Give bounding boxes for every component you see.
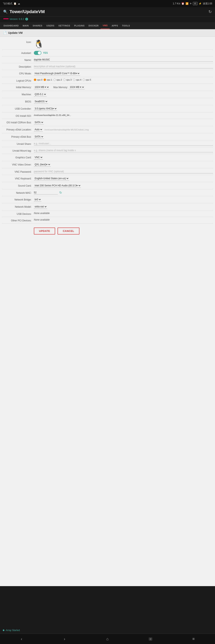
os-cdrom-bus-select[interactable]: SATA	[34, 120, 44, 124]
nav-shares[interactable]: SHARES	[31, 22, 44, 29]
machine-row: Machine: Q35-5.1	[2, 91, 213, 98]
network-mac-input[interactable]	[34, 191, 58, 194]
vdisk-bus-row: Primary vDisk Bus: SATA	[2, 133, 213, 140]
unraid-mount-tag-input[interactable]	[34, 148, 213, 152]
vnc-video-driver-row: VNC Video Driver: QXL (best)▾	[2, 161, 213, 168]
unraid-mount-tag-label: Unraid Mount tag:	[2, 148, 34, 152]
sound-card-select[interactable]: Intel 200 Series PCH HD Audio (00:1f.3▾	[34, 184, 81, 188]
description-input[interactable]	[34, 65, 213, 68]
autostart-toggle[interactable]	[34, 51, 41, 55]
description-label: Description:	[2, 65, 34, 68]
vdisk-bus-select[interactable]: SATA	[34, 135, 44, 139]
graphics-card-select[interactable]: VNC	[34, 155, 43, 160]
nav-vms[interactable]: VMS	[101, 22, 109, 29]
nav-main[interactable]: MAIN	[21, 22, 31, 29]
nav-plugins[interactable]: PLUGINS	[72, 22, 86, 29]
vnc-keyboard-row: VNC Keyboard: English-United States (en-…	[2, 175, 213, 182]
cpu-chip-0[interactable]: cpu 0	[34, 78, 42, 81]
network-model-label: Network Model:	[2, 205, 34, 208]
header-left: 🔍 Tower/UpdateVM	[3, 9, 45, 14]
usb-devices-row: USB Devices: None available	[2, 210, 213, 217]
tabs-button[interactable]: 2	[129, 638, 172, 640]
update-button[interactable]: UPDATE	[34, 228, 55, 234]
page-file-icon: 📄	[3, 31, 7, 34]
vdisk-location-value: Auto /mnt/user/domains/daphile MUSIC/vdi…	[34, 128, 213, 132]
search-icon[interactable]: 🔍	[3, 10, 8, 14]
unraid-share-label: Unraid Share:	[2, 142, 34, 146]
network-mac-label: Network MAC:	[2, 191, 34, 194]
initial-memory-select[interactable]: 1024 MB ▾	[34, 85, 49, 89]
network-bridge-label: Network Bridge:	[2, 198, 34, 201]
vdisk-location-path: /mnt/user/domains/daphile MUSIC/vdisk1.i…	[44, 128, 89, 131]
vdisk-bus-value: SATA	[34, 135, 213, 139]
vnc-video-driver-select[interactable]: QXL (best)▾	[34, 162, 51, 167]
nav-users[interactable]: USERS	[44, 22, 56, 29]
cpu-grid: cpu 0 cpu 1 cpu 2 cpu 3	[34, 78, 213, 81]
machine-select[interactable]: Q35-5.1	[34, 92, 47, 96]
vnc-password-label: VNC Password:	[2, 170, 34, 173]
os-install-iso-row: OS Install ISO: /mnt/user/isos/daphile-2…	[2, 112, 213, 119]
battery-indicator: 85	[193, 2, 197, 5]
array-status-text: Array Started	[6, 629, 20, 632]
cpu-dot-3	[63, 78, 66, 81]
vnc-keyboard-select[interactable]: English-United States (en-us)	[34, 176, 69, 180]
wifi-icon: 📶	[185, 2, 188, 5]
vnc-password-input[interactable]	[34, 170, 213, 174]
sound-card-row: Sound Card: Intel 200 Series PCH HD Audi…	[2, 182, 213, 189]
bios-select[interactable]: SeaBIOS	[34, 100, 48, 104]
status-center: 1.7 K/s ⏰ 📶 ✈ 85 ⚡ 凌晨1:05	[173, 2, 212, 5]
cpu-chip-2[interactable]: cpu 2	[53, 78, 62, 81]
sim-icon: 📋	[14, 2, 17, 5]
autostart-status: YES	[43, 52, 48, 54]
cancel-button[interactable]: CANCEL	[58, 228, 79, 234]
vdisk-location-row: Primary vDisk Location: Auto /mnt/user/d…	[2, 126, 213, 133]
autostart-value: YES	[34, 51, 213, 55]
nav-settings[interactable]: SETTINGS	[56, 22, 72, 29]
max-memory-select[interactable]: 1024 MB ▾	[69, 85, 85, 89]
flight-mode-label: 飞行模式	[3, 2, 12, 5]
cpu-chip-1[interactable]: cpu 1	[44, 78, 52, 81]
mac-refresh-icon[interactable]: ↻	[59, 191, 62, 194]
autostart-row: Autostart: YES	[2, 50, 213, 56]
icon-row: Icon: 🐧	[2, 38, 213, 50]
info-icon[interactable]: i	[25, 18, 28, 20]
autostart-label: Autostart:	[2, 51, 34, 54]
network-bridge-select[interactable]: br0	[34, 198, 41, 202]
cpu-label-4: cpu 4	[76, 78, 81, 81]
header-title: Tower/UpdateVM	[10, 9, 45, 14]
nav-docker[interactable]: DOCKER	[87, 22, 101, 29]
usb-controller-select[interactable]: 3.0 (qemu XHCI)▾	[34, 106, 57, 111]
back-button[interactable]: ‹	[0, 637, 43, 641]
cpu-mode-select[interactable]: Host Passthrough (Intel® Core™ i5-86▾	[34, 72, 80, 76]
home-button[interactable]: ⌂	[86, 637, 129, 641]
linux-penguin-icon: 🐧	[34, 40, 44, 48]
bios-row: BIOS: SeaBIOS	[2, 98, 213, 105]
vdisk-location-select[interactable]: Auto	[34, 128, 43, 132]
name-row: Name:	[2, 56, 213, 63]
network-model-select[interactable]: virtio-net	[34, 205, 47, 209]
cpu-label-5: cpu 5	[86, 78, 91, 81]
cpu-label-1: cpu 1	[47, 78, 52, 81]
nav-tools[interactable]: TOOLS	[120, 22, 132, 29]
sound-card-label: Sound Card:	[2, 184, 34, 187]
status-bar: 飞行模式 📋 ☁ 1.7 K/s ⏰ 📶 ✈ 85 ⚡ 凌晨1:05	[0, 0, 215, 7]
logical-cpus-row: Logical CPUs: cpu 0 cpu 1 cpu 2	[2, 77, 213, 84]
cpu-chip-3[interactable]: cpu 3	[63, 78, 72, 81]
name-input[interactable]	[34, 58, 213, 62]
nav-dashboard[interactable]: DASHBOARD	[2, 22, 21, 29]
forward-button[interactable]: ›	[43, 637, 86, 641]
unraid-share-input[interactable]	[34, 142, 213, 146]
cpu-chip-4[interactable]: cpu 4	[73, 78, 81, 81]
usb-devices-text: None available	[34, 212, 50, 214]
network-bridge-row: Network Bridge: br0	[2, 196, 213, 203]
refresh-icon[interactable]: ↻	[208, 9, 212, 14]
cloud-icon: ☁	[18, 2, 20, 5]
cpu-mode-row: CPU Mode: Host Passthrough (Intel® Core™…	[2, 70, 213, 77]
os-cdrom-bus-value: SATA	[34, 120, 213, 124]
cpu-chip-5[interactable]: cpu 5	[83, 78, 91, 81]
menu-button[interactable]: ≡	[172, 637, 215, 641]
logical-cpus-label: Logical CPUs:	[2, 78, 34, 82]
nav-apps[interactable]: APPS	[110, 22, 120, 29]
bottom-status: Array Started	[0, 628, 215, 633]
name-label: Name:	[2, 58, 34, 62]
